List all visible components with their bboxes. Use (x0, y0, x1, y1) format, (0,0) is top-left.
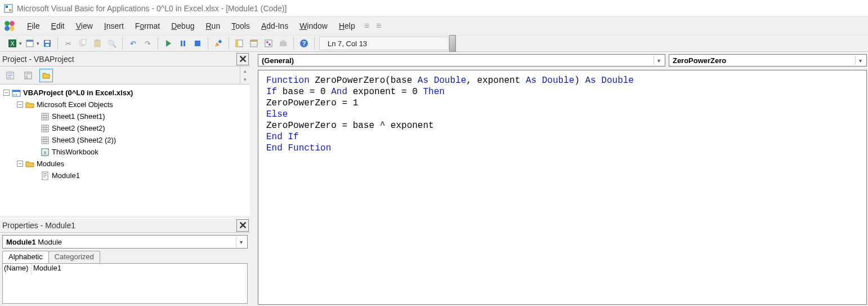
outdent-icon[interactable]: ≡ (364, 21, 369, 31)
project-explorer-toolbar: ▴▾ (0, 66, 250, 85)
procedure-dropdown[interactable]: ZeroPowerZero▾ (669, 54, 867, 66)
svg-point-5 (5, 26, 10, 31)
worksheet-icon (41, 112, 50, 121)
project-tree[interactable]: −VBAProject (0^L0 in Excel.xlsx) −Micros… (0, 85, 250, 216)
svg-text:?: ? (302, 40, 306, 47)
project-explorer-icon[interactable] (232, 37, 246, 50)
svg-text:X: X (43, 150, 47, 156)
tab-alphabetic[interactable]: Alphabetic (2, 251, 49, 263)
object-dropdown[interactable]: (General)▾ (258, 54, 665, 66)
run-icon[interactable] (162, 37, 175, 50)
undo-icon[interactable]: ↶ (126, 37, 140, 50)
toggle-folders-icon[interactable] (39, 69, 53, 82)
folder-icon (25, 159, 34, 168)
properties-object-selector[interactable]: Module1 Module ▾ (2, 235, 248, 249)
window-title: Microsoft Visual Basic for Applications … (17, 4, 287, 13)
vba-logo-icon (3, 20, 16, 32)
menu-view[interactable]: View (70, 19, 99, 33)
properties-tabs: Alphabetic Categorized (2, 251, 248, 263)
properties-grid[interactable]: (Name) Module1 (2, 263, 248, 304)
svg-point-3 (5, 21, 10, 26)
properties-window: Properties - Module1 ✕ Module1 Module ▾ … (0, 218, 250, 306)
tree-node-project[interactable]: VBAProject (0^L0 in Excel.xlsx) (23, 88, 133, 97)
collapse-icon[interactable]: − (17, 161, 23, 167)
collapse-icon[interactable]: − (17, 101, 23, 108)
properties-window-icon[interactable] (247, 37, 261, 50)
worksheet-icon (41, 124, 50, 133)
help-icon[interactable]: ? (297, 37, 311, 50)
collapse-icon[interactable]: − (3, 90, 10, 96)
procedure-dropdown-value: ZeroPowerZero (673, 56, 726, 65)
menu-window[interactable]: Window (294, 19, 333, 33)
view-excel-icon[interactable]: X (6, 37, 19, 50)
svg-rect-2 (9, 9, 11, 11)
object-dropdown-value: (General) (262, 56, 294, 65)
svg-point-46 (14, 94, 15, 95)
chevron-down-icon[interactable]: ▾ (236, 237, 246, 247)
find-icon[interactable]: 🔍 (105, 37, 119, 50)
svg-marker-22 (215, 42, 220, 47)
save-icon[interactable] (41, 37, 54, 50)
close-icon[interactable]: ✕ (236, 219, 249, 232)
svg-point-6 (10, 26, 15, 31)
design-mode-icon[interactable] (212, 37, 225, 50)
property-name: (Name) (3, 264, 32, 275)
close-icon[interactable]: ✕ (236, 53, 249, 65)
svg-rect-23 (218, 39, 222, 43)
menu-tools[interactable]: Tools (226, 19, 256, 33)
break-icon[interactable] (176, 37, 190, 50)
tree-node-sheet1[interactable]: Sheet1 (Sheet1) (52, 112, 105, 121)
code-editor[interactable]: Function ZeroPowerZero(base As Double, e… (258, 70, 867, 305)
svg-rect-43 (26, 76, 28, 78)
svg-rect-15 (82, 39, 86, 45)
cut-icon[interactable]: ✂ (61, 37, 75, 50)
menu-run[interactable]: Run (200, 19, 226, 33)
insert-module-icon[interactable] (23, 37, 37, 50)
tab-categorized[interactable]: Categorized (48, 251, 100, 263)
worksheet-icon (41, 136, 50, 145)
chevron-down-icon[interactable]: ▾ (855, 56, 865, 65)
view-object-icon[interactable] (21, 69, 35, 82)
tree-node-modules[interactable]: Modules (37, 159, 64, 168)
insert-dd[interactable]: ▾ (37, 41, 39, 46)
vba-app-icon (3, 3, 14, 14)
tree-node-module1[interactable]: Module1 (52, 171, 80, 180)
tree-node-sheet3[interactable]: Sheet3 (Sheet2 (2)) (52, 136, 116, 144)
properties-title: Properties - Module1 (2, 221, 75, 230)
paste-icon[interactable] (91, 37, 104, 50)
code-window: (General)▾ ZeroPowerZero▾ Function ZeroP… (252, 52, 868, 306)
module-icon (41, 171, 50, 180)
workbook-icon: X (41, 148, 50, 157)
view-code-icon[interactable] (3, 69, 17, 82)
tree-node-thisworkbook[interactable]: ThisWorkbook (52, 148, 99, 156)
menu-help[interactable]: Help (333, 19, 361, 33)
title-bar: Microsoft Visual Basic for Applications … (0, 0, 868, 17)
svg-rect-48 (42, 113, 48, 120)
menu-format[interactable]: Format (129, 19, 165, 33)
reset-icon[interactable] (191, 37, 204, 50)
scrollbar-stub[interactable]: ▴▾ (240, 66, 250, 84)
menu-bar: File Edit View Insert Format Debug Run T… (0, 17, 868, 35)
property-row[interactable]: (Name) Module1 (3, 264, 247, 275)
property-value[interactable]: Module1 (32, 264, 247, 275)
redo-icon[interactable]: ↷ (141, 37, 154, 50)
svg-rect-1 (6, 6, 8, 8)
svg-rect-42 (26, 73, 30, 74)
menu-insert[interactable]: Insert (99, 19, 129, 33)
menu-file[interactable]: File (21, 19, 46, 33)
toolbar-grip[interactable] (449, 35, 456, 52)
object-browser-icon[interactable] (262, 37, 275, 50)
project-explorer-header: Project - VBAProject ✕ (0, 52, 250, 66)
tree-node-msobjects[interactable]: Microsoft Excel Objects (37, 100, 113, 109)
toolbox-icon[interactable] (276, 37, 290, 50)
view-dd[interactable]: ▾ (19, 41, 22, 46)
chevron-down-icon[interactable]: ▾ (654, 56, 664, 65)
tree-node-sheet2[interactable]: Sheet2 (Sheet2) (52, 124, 105, 132)
copy-icon[interactable] (76, 37, 90, 50)
svg-rect-10 (26, 40, 33, 42)
menu-debug[interactable]: Debug (165, 19, 200, 33)
menu-addins[interactable]: Add-Ins (256, 19, 294, 33)
indent-icon[interactable]: ≡ (376, 21, 381, 31)
svg-rect-25 (236, 40, 238, 47)
menu-edit[interactable]: Edit (46, 19, 70, 33)
